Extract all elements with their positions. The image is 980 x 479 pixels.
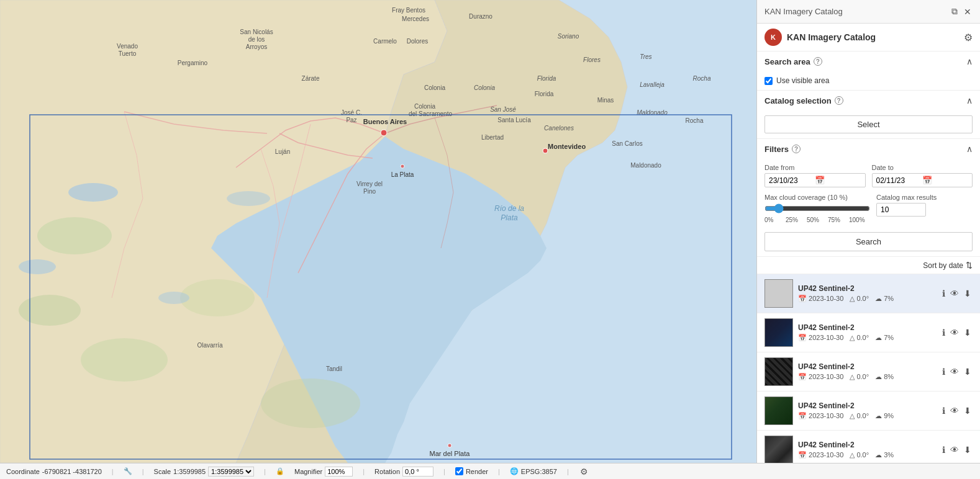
scale-select[interactable]: 1:3599985	[208, 467, 254, 477]
svg-point-5	[180, 279, 255, 316]
search-area-header[interactable]: Search area ? ∧	[757, 51, 980, 71]
result-angle: △ 0.0°	[850, 373, 869, 381]
svg-point-9	[158, 292, 189, 304]
result-info-button[interactable]: ℹ	[941, 287, 946, 300]
svg-text:Durazno: Durazno	[469, 13, 492, 20]
brand-logo: K	[764, 29, 782, 46]
max-results-input[interactable]	[876, 203, 926, 217]
filters-section: Filters ? ∧ Date from 📅	[757, 139, 980, 257]
svg-text:Maldonado: Maldonado	[630, 162, 661, 169]
lock-item: 🔒	[276, 467, 284, 475]
rotation-input[interactable]	[402, 467, 433, 477]
result-download-button[interactable]: ⬇	[963, 365, 973, 378]
svg-text:San Carlos: San Carlos	[612, 140, 642, 147]
result-actions: ℹ 👁 ⬇	[941, 405, 973, 417]
sort-by-date-label: Sort by date	[923, 261, 963, 270]
result-view-button[interactable]: 👁	[949, 405, 960, 417]
separator-5: |	[443, 468, 445, 475]
svg-text:Libertad: Libertad	[481, 134, 504, 141]
brand-settings-button[interactable]: ⚙	[964, 32, 973, 43]
svg-text:Olavarría: Olavarría	[197, 342, 223, 349]
svg-text:La Plata: La Plata	[391, 171, 414, 178]
result-info-button[interactable]: ℹ	[941, 444, 946, 456]
result-info-button[interactable]: ℹ	[941, 405, 946, 417]
tools-item: 🔧	[124, 467, 132, 475]
result-download-button[interactable]: ⬇	[963, 326, 973, 339]
use-visible-area-checkbox[interactable]	[764, 77, 773, 85]
result-download-button[interactable]: ⬇	[963, 287, 973, 300]
map-container[interactable]: Buenos Aires La Plata Montevideo Mar del…	[0, 0, 756, 463]
sort-icon[interactable]: ⇅	[966, 261, 973, 270]
render-checkbox[interactable]	[455, 467, 463, 475]
filters-header[interactable]: Filters ? ∧	[757, 139, 980, 159]
select-button[interactable]: Select	[764, 115, 973, 133]
svg-text:Paz: Paz	[346, 117, 356, 123]
svg-text:Fray Bentos: Fray Bentos	[392, 7, 425, 14]
date-to-calendar-icon[interactable]: 📅	[922, 176, 932, 185]
slider-ticks: 0% 25% 50% 75% 100%	[764, 217, 870, 223]
svg-text:Rocha: Rocha	[693, 75, 711, 82]
svg-text:Colonia: Colonia	[424, 84, 445, 91]
result-download-button[interactable]: ⬇	[963, 405, 973, 417]
catalog-selection-header[interactable]: Catalog selection ? ∧	[757, 91, 980, 110]
render-item: Render	[455, 467, 488, 475]
date-to-field: Date to 📅	[872, 164, 973, 187]
result-view-button[interactable]: 👁	[949, 365, 960, 378]
maximize-button[interactable]: ⧉	[950, 5, 959, 18]
svg-text:Rocha: Rocha	[686, 117, 704, 124]
result-meta: 📅 2023-10-30 △ 0.0° ☁ 8%	[798, 373, 936, 381]
search-button[interactable]: Search	[764, 232, 973, 251]
date-to-label: Date to	[872, 164, 973, 171]
date-from-label: Date from	[764, 164, 866, 171]
catalog-selection-content: Select	[757, 110, 980, 138]
svg-text:Santa Lucía: Santa Lucía	[497, 117, 531, 123]
search-area-title: Search area ?	[764, 57, 822, 66]
result-cloud: ☁ 7%	[875, 295, 894, 303]
result-title: UP42 Sentinel-2	[798, 441, 936, 449]
search-area-collapse-icon[interactable]: ∧	[966, 56, 973, 66]
brand-name-label: KAN Imagery Catalog	[787, 32, 876, 42]
status-settings-button[interactable]: ⚙	[579, 465, 589, 478]
catalog-selection-collapse-icon[interactable]: ∧	[966, 96, 973, 105]
cloud-coverage-field: Max cloud coverage (10 %) 0% 25% 50% 75%…	[764, 194, 870, 223]
date-from-input[interactable]	[769, 176, 812, 185]
separator-3: |	[264, 468, 266, 475]
result-info-button[interactable]: ℹ	[941, 365, 946, 378]
catalog-selection-help-icon[interactable]: ?	[835, 96, 843, 105]
date-to-input[interactable]	[876, 176, 920, 185]
date-from-calendar-icon[interactable]: 📅	[815, 176, 825, 185]
svg-point-6	[68, 183, 118, 202]
result-view-button[interactable]: 👁	[949, 287, 960, 300]
coordinate-item: Coordinate -6790821 -4381720	[6, 468, 102, 475]
result-thumbnail	[764, 279, 793, 308]
panel-header: KAN Imagery Catalog ⧉ ✕	[757, 0, 980, 24]
use-visible-area-label: Use visible area	[776, 76, 829, 85]
search-area-help-icon[interactable]: ?	[814, 57, 822, 66]
result-view-button[interactable]: 👁	[949, 444, 960, 456]
svg-text:Carmelo: Carmelo	[373, 38, 397, 45]
filters-help-icon[interactable]: ?	[792, 145, 801, 153]
magnifier-label: Magnifier	[294, 468, 322, 475]
magnifier-input[interactable]	[325, 467, 353, 477]
status-settings-item: ⚙	[579, 465, 589, 478]
filters-collapse-icon[interactable]: ∧	[966, 144, 973, 154]
svg-point-3	[81, 338, 168, 382]
svg-text:Zárate: Zárate	[302, 75, 320, 82]
close-button[interactable]: ✕	[963, 5, 973, 18]
result-info: UP42 Sentinel-2 📅 2023-10-30 △ 0.0° ☁ 7%	[798, 284, 936, 303]
svg-text:Colonia: Colonia	[414, 103, 435, 110]
result-view-button[interactable]: 👁	[949, 326, 960, 339]
separator-7: |	[567, 468, 569, 475]
svg-text:Florida: Florida	[537, 75, 556, 82]
result-info-button[interactable]: ℹ	[941, 326, 946, 339]
coordinate-value: -6790821 -4381720	[42, 468, 102, 475]
use-visible-area-row[interactable]: Use visible area	[764, 76, 973, 85]
tools-icon: 🔧	[124, 467, 132, 475]
filters-content: Date from 📅 Date to 📅	[757, 159, 980, 256]
result-item: UP42 Sentinel-2 📅 2023-10-30 △ 0.0° ☁ 9%…	[757, 392, 980, 431]
result-download-button[interactable]: ⬇	[963, 444, 973, 456]
rotation-label: Rotation	[374, 468, 400, 475]
cloud-coverage-slider[interactable]	[764, 204, 870, 213]
epsg-icon: 🌐	[510, 467, 519, 475]
svg-text:Dolores: Dolores	[407, 38, 428, 45]
